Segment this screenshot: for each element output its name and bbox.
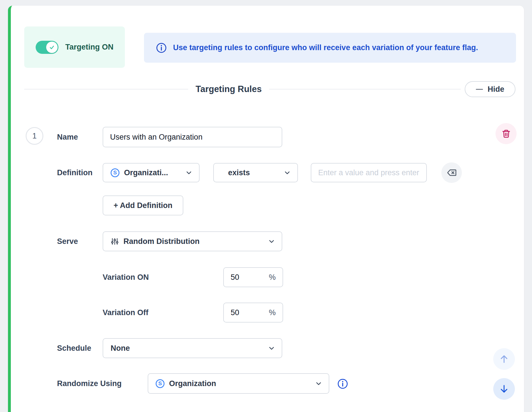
divider-left <box>24 89 188 89</box>
arrow-up-icon <box>499 354 509 364</box>
schedule-label: Schedule <box>57 338 91 358</box>
serve-label: Serve <box>57 231 78 251</box>
s-badge-icon: S <box>156 379 165 388</box>
variation-on-label: Variation ON <box>103 267 149 287</box>
trash-icon <box>501 129 511 138</box>
operator-dropdown[interactable]: exists <box>213 163 298 182</box>
randomize-dropdown[interactable]: S Organization <box>148 373 329 394</box>
variation-off-field: % <box>223 303 283 323</box>
targeting-toggle[interactable] <box>36 41 58 54</box>
operator-value: exists <box>228 168 279 177</box>
rule-number-badge: 1 <box>26 127 43 145</box>
variation-on-input[interactable] <box>231 273 269 282</box>
hide-button-label: Hide <box>488 85 504 94</box>
targeting-toggle-label: Targeting ON <box>65 43 113 52</box>
variation-on-field: % <box>223 267 283 287</box>
definition-label: Definition <box>57 163 92 182</box>
serve-dropdown[interactable]: Random Distribution <box>103 231 282 251</box>
add-definition-button[interactable]: + Add Definition <box>103 195 183 215</box>
clear-value-button[interactable] <box>441 162 462 183</box>
targeting-toggle-card: Targeting ON <box>24 26 125 68</box>
definition-field-dropdown[interactable]: S Organizati... <box>103 163 200 182</box>
chevron-down-icon <box>185 169 193 177</box>
randomize-info-icon[interactable] <box>337 378 348 389</box>
targeting-rules-header: Targeting Rules Hide <box>24 81 515 97</box>
definition-value-input[interactable] <box>311 163 427 182</box>
backspace-icon <box>446 168 457 178</box>
banner-text: Use targeting rules to configure who wil… <box>173 43 478 52</box>
hide-button[interactable]: Hide <box>465 81 515 97</box>
move-rule-down-button[interactable] <box>493 378 515 400</box>
randomize-value: Organization <box>169 379 310 388</box>
info-banner: Use targeting rules to configure who wil… <box>144 33 516 63</box>
divider-right <box>269 89 461 89</box>
delete-rule-button[interactable] <box>496 123 517 144</box>
percent-unit: % <box>269 273 276 282</box>
serve-value: Random Distribution <box>123 237 263 246</box>
targeting-rule-card: Targeting ON Use targeting rules to conf… <box>8 6 524 412</box>
s-badge-icon: S <box>111 168 119 177</box>
minus-icon <box>476 89 483 90</box>
chevron-down-icon <box>283 169 291 177</box>
toggle-knob <box>46 42 58 53</box>
definition-field-value: Organizati... <box>124 168 180 177</box>
randomize-using-label: Randomize Using <box>57 373 122 394</box>
variation-off-input[interactable] <box>231 308 269 317</box>
schedule-value: None <box>111 344 263 353</box>
name-label: Name <box>57 127 78 147</box>
sliders-icon <box>111 237 119 246</box>
chevron-down-icon <box>315 380 322 387</box>
arrow-down-icon <box>499 384 509 394</box>
percent-unit: % <box>269 308 276 317</box>
name-input[interactable] <box>103 127 282 147</box>
screen: Targeting ON Use targeting rules to conf… <box>0 0 532 412</box>
check-icon <box>49 44 55 50</box>
move-rule-up-button[interactable] <box>493 348 515 370</box>
info-icon <box>156 42 167 53</box>
schedule-dropdown[interactable]: None <box>103 338 282 358</box>
chevron-down-icon <box>268 238 275 245</box>
variation-off-label: Variation Off <box>103 303 149 323</box>
chevron-down-icon <box>268 344 275 352</box>
section-title: Targeting Rules <box>188 84 269 94</box>
